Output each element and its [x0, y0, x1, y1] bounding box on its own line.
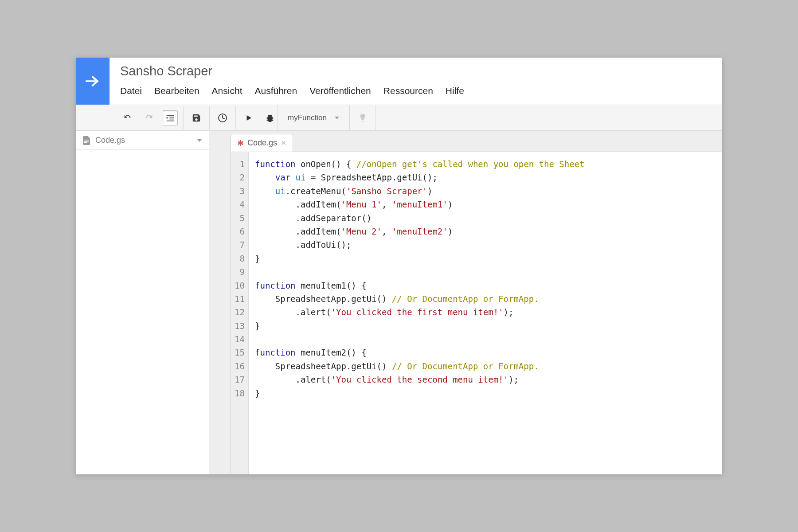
function-select[interactable]: myFunction — [278, 105, 349, 131]
svg-rect-6 — [84, 141, 89, 142]
svg-rect-3 — [167, 120, 174, 121]
close-tab-button[interactable]: ✕ — [281, 139, 286, 147]
undo-icon — [123, 113, 133, 123]
menu-view[interactable]: Ansicht — [212, 86, 243, 96]
indent-icon — [166, 114, 175, 122]
main-area: Code.gs ✱ Code.gs ✕ 12345678910111213141… — [76, 131, 722, 474]
svg-rect-0 — [167, 115, 174, 116]
menu-help[interactable]: Hilfe — [446, 86, 464, 96]
toolbar-separator — [209, 106, 210, 129]
svg-rect-5 — [84, 140, 89, 141]
chevron-down-icon — [197, 139, 202, 142]
file-sidebar: Code.gs — [76, 131, 209, 474]
header: Sansho Scraper Datei Bearbeiten Ansicht … — [76, 58, 722, 105]
menu-resources[interactable]: Ressourcen — [383, 86, 433, 96]
debug-button[interactable] — [262, 110, 278, 125]
menu-bar: Datei Bearbeiten Ansicht Ausführen Veröf… — [120, 86, 464, 96]
toolbar: myFunction — [76, 105, 722, 131]
menu-file[interactable]: Datei — [120, 86, 142, 96]
svg-rect-7 — [84, 142, 87, 143]
app-logo — [76, 58, 110, 105]
svg-rect-2 — [169, 118, 174, 119]
undo-button[interactable] — [120, 110, 135, 125]
redo-icon — [144, 113, 154, 123]
triggers-button[interactable] — [215, 110, 230, 125]
arrow-right-icon — [83, 72, 102, 90]
chevron-down-icon — [335, 117, 339, 119]
lightbulb-icon — [358, 113, 368, 123]
svg-rect-1 — [169, 117, 174, 117]
file-entry-code-gs[interactable]: Code.gs — [76, 131, 209, 150]
play-icon — [245, 114, 253, 122]
clock-icon — [217, 113, 228, 123]
menu-run[interactable]: Ausführen — [254, 86, 297, 96]
tab-code-gs[interactable]: ✱ Code.gs ✕ — [231, 134, 293, 152]
lightbulb-button[interactable] — [349, 105, 376, 131]
code-content[interactable]: function onOpen() { //onOpen get's calle… — [249, 152, 722, 474]
tab-label: Code.gs — [247, 138, 277, 148]
menu-edit[interactable]: Bearbeiten — [154, 86, 200, 96]
toolbar-separator — [235, 106, 236, 129]
file-entry-label: Code.gs — [95, 136, 125, 145]
app-window: Sansho Scraper Datei Bearbeiten Ansicht … — [76, 58, 722, 474]
indent-button[interactable] — [163, 110, 178, 125]
code-editor[interactable]: 123456789101112131415161718 function onO… — [231, 152, 722, 474]
toolbar-separator — [183, 106, 184, 129]
line-gutter: 123456789101112131415161718 — [231, 152, 249, 474]
function-select-label: myFunction — [288, 113, 327, 122]
project-title[interactable]: Sansho Scraper — [120, 64, 464, 78]
editor-area: ✱ Code.gs ✕ 123456789101112131415161718 … — [209, 131, 722, 474]
menu-publish[interactable]: Veröffentlichen — [309, 86, 371, 96]
file-icon — [83, 136, 91, 145]
redo-button[interactable] — [141, 110, 156, 125]
tab-bar: ✱ Code.gs ✕ — [209, 131, 722, 152]
run-button[interactable] — [241, 110, 256, 125]
bug-icon — [265, 113, 275, 123]
modified-indicator-icon: ✱ — [237, 138, 244, 148]
save-icon — [192, 113, 201, 123]
save-button[interactable] — [189, 110, 204, 125]
